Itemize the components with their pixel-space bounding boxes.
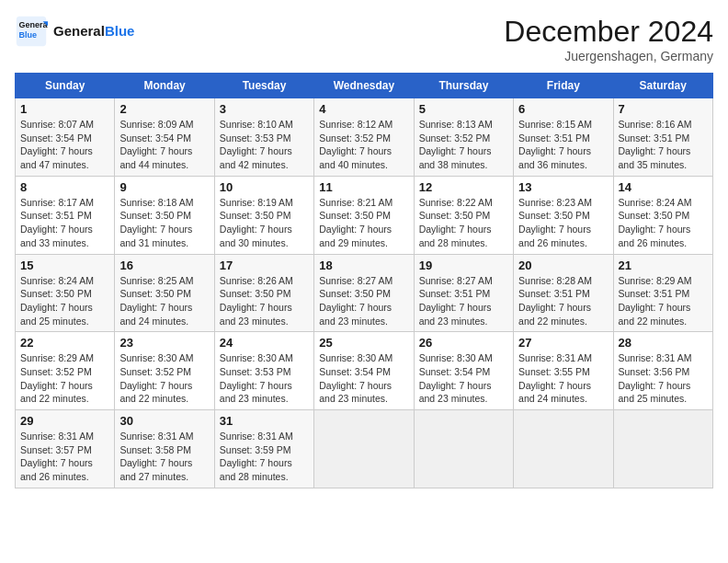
- calendar-cell: 6Sunrise: 8:15 AM Sunset: 3:51 PM Daylig…: [514, 98, 613, 177]
- calendar-cell: 1Sunrise: 8:07 AM Sunset: 3:54 PM Daylig…: [16, 98, 115, 177]
- day-info: Sunrise: 8:27 AM Sunset: 3:50 PM Dayligh…: [319, 274, 408, 328]
- calendar-cell: 24Sunrise: 8:30 AM Sunset: 3:53 PM Dayli…: [214, 332, 313, 410]
- day-info: Sunrise: 8:22 AM Sunset: 3:50 PM Dayligh…: [419, 196, 508, 250]
- day-info: Sunrise: 8:16 AM Sunset: 3:51 PM Dayligh…: [619, 118, 708, 172]
- calendar-cell: 13Sunrise: 8:23 AM Sunset: 3:50 PM Dayli…: [514, 176, 613, 254]
- calendar-cell: 25Sunrise: 8:30 AM Sunset: 3:54 PM Dayli…: [314, 332, 414, 410]
- day-info: Sunrise: 8:28 AM Sunset: 3:51 PM Dayligh…: [518, 274, 608, 328]
- day-number: 18: [319, 259, 408, 272]
- day-number: 3: [220, 102, 309, 116]
- day-number: 14: [619, 180, 708, 194]
- calendar-table: SundayMondayTuesdayWednesdayThursdayFrid…: [15, 73, 713, 488]
- calendar-cell: 5Sunrise: 8:13 AM Sunset: 3:52 PM Daylig…: [414, 98, 513, 177]
- day-number: 10: [220, 180, 309, 194]
- calendar-cell: 27Sunrise: 8:31 AM Sunset: 3:55 PM Dayli…: [514, 332, 613, 410]
- calendar-cell: 3Sunrise: 8:10 AM Sunset: 3:53 PM Daylig…: [214, 98, 313, 177]
- day-number: 13: [518, 180, 608, 194]
- day-number: 17: [220, 259, 309, 272]
- svg-text:General: General: [19, 20, 49, 29]
- calendar-cell: 10Sunrise: 8:19 AM Sunset: 3:50 PM Dayli…: [214, 176, 313, 254]
- day-number: 30: [119, 414, 209, 428]
- calendar-cell: 4Sunrise: 8:12 AM Sunset: 3:52 PM Daylig…: [314, 98, 414, 177]
- day-info: Sunrise: 8:12 AM Sunset: 3:52 PM Dayligh…: [319, 118, 408, 172]
- day-info: Sunrise: 8:19 AM Sunset: 3:50 PM Dayligh…: [220, 196, 309, 250]
- weekday-header-friday: Friday: [514, 74, 613, 98]
- day-number: 24: [220, 336, 309, 350]
- weekday-header-saturday: Saturday: [613, 74, 712, 98]
- day-number: 23: [119, 336, 209, 350]
- calendar-cell: 22Sunrise: 8:29 AM Sunset: 3:52 PM Dayli…: [16, 332, 115, 410]
- calendar-cell: 16Sunrise: 8:25 AM Sunset: 3:50 PM Dayli…: [115, 254, 214, 332]
- calendar-cell: [613, 410, 712, 488]
- day-info: Sunrise: 8:31 AM Sunset: 3:55 PM Dayligh…: [518, 351, 608, 406]
- day-info: Sunrise: 8:31 AM Sunset: 3:56 PM Dayligh…: [619, 351, 708, 406]
- day-info: Sunrise: 8:10 AM Sunset: 3:53 PM Dayligh…: [220, 118, 309, 172]
- calendar-cell: [514, 410, 613, 488]
- weekday-header-wednesday: Wednesday: [314, 74, 414, 98]
- calendar-cell: 17Sunrise: 8:26 AM Sunset: 3:50 PM Dayli…: [214, 254, 313, 332]
- day-info: Sunrise: 8:29 AM Sunset: 3:51 PM Dayligh…: [619, 274, 708, 328]
- calendar-cell: 2Sunrise: 8:09 AM Sunset: 3:54 PM Daylig…: [115, 98, 214, 177]
- day-info: Sunrise: 8:31 AM Sunset: 3:59 PM Dayligh…: [220, 430, 309, 484]
- day-info: Sunrise: 8:07 AM Sunset: 3:54 PM Dayligh…: [20, 118, 109, 172]
- calendar-cell: 14Sunrise: 8:24 AM Sunset: 3:50 PM Dayli…: [613, 176, 712, 254]
- day-number: 5: [419, 102, 508, 116]
- day-number: 9: [119, 180, 209, 194]
- page-header: General Blue GeneralBlue December 2024 J…: [15, 15, 713, 63]
- day-info: Sunrise: 8:21 AM Sunset: 3:50 PM Dayligh…: [319, 196, 408, 250]
- day-number: 29: [20, 414, 109, 428]
- day-info: Sunrise: 8:15 AM Sunset: 3:51 PM Dayligh…: [518, 118, 608, 172]
- weekday-header-row: SundayMondayTuesdayWednesdayThursdayFrid…: [16, 74, 713, 98]
- month-title: December 2024: [504, 15, 713, 49]
- calendar-cell: 28Sunrise: 8:31 AM Sunset: 3:56 PM Dayli…: [613, 332, 712, 410]
- day-info: Sunrise: 8:30 AM Sunset: 3:54 PM Dayligh…: [319, 351, 408, 406]
- day-info: Sunrise: 8:23 AM Sunset: 3:50 PM Dayligh…: [518, 196, 608, 250]
- day-number: 22: [20, 336, 109, 350]
- calendar-cell: [414, 410, 513, 488]
- day-number: 25: [319, 336, 408, 350]
- day-info: Sunrise: 8:29 AM Sunset: 3:52 PM Dayligh…: [20, 351, 109, 406]
- day-number: 27: [518, 336, 608, 350]
- calendar-cell: 11Sunrise: 8:21 AM Sunset: 3:50 PM Dayli…: [314, 176, 414, 254]
- calendar-cell: 26Sunrise: 8:30 AM Sunset: 3:54 PM Dayli…: [414, 332, 513, 410]
- weekday-header-tuesday: Tuesday: [214, 74, 313, 98]
- day-number: 19: [419, 259, 508, 272]
- calendar-cell: 29Sunrise: 8:31 AM Sunset: 3:57 PM Dayli…: [16, 410, 115, 488]
- calendar-cell: 18Sunrise: 8:27 AM Sunset: 3:50 PM Dayli…: [314, 254, 414, 332]
- day-info: Sunrise: 8:30 AM Sunset: 3:54 PM Dayligh…: [419, 351, 508, 406]
- week-row-2: 8Sunrise: 8:17 AM Sunset: 3:51 PM Daylig…: [16, 176, 713, 254]
- day-info: Sunrise: 8:24 AM Sunset: 3:50 PM Dayligh…: [619, 196, 708, 250]
- day-info: Sunrise: 8:17 AM Sunset: 3:51 PM Dayligh…: [20, 196, 109, 250]
- day-number: 4: [319, 102, 408, 116]
- day-number: 2: [119, 102, 209, 116]
- calendar-cell: 7Sunrise: 8:16 AM Sunset: 3:51 PM Daylig…: [613, 98, 712, 177]
- day-number: 8: [20, 180, 109, 194]
- calendar-cell: 20Sunrise: 8:28 AM Sunset: 3:51 PM Dayli…: [514, 254, 613, 332]
- calendar-cell: 30Sunrise: 8:31 AM Sunset: 3:58 PM Dayli…: [115, 410, 214, 488]
- day-number: 12: [419, 180, 508, 194]
- day-number: 6: [518, 102, 608, 116]
- day-number: 20: [518, 259, 608, 272]
- svg-text:Blue: Blue: [19, 30, 38, 40]
- day-info: Sunrise: 8:13 AM Sunset: 3:52 PM Dayligh…: [419, 118, 508, 172]
- day-info: Sunrise: 8:31 AM Sunset: 3:57 PM Dayligh…: [20, 430, 109, 484]
- day-number: 21: [619, 259, 708, 272]
- weekday-header-thursday: Thursday: [414, 74, 513, 98]
- day-info: Sunrise: 8:30 AM Sunset: 3:52 PM Dayligh…: [119, 351, 209, 406]
- title-block: December 2024 Juergenshagen, Germany: [504, 15, 713, 63]
- day-info: Sunrise: 8:09 AM Sunset: 3:54 PM Dayligh…: [119, 118, 209, 172]
- weekday-header-monday: Monday: [115, 74, 214, 98]
- logo-general: General: [53, 23, 105, 39]
- calendar-cell: [314, 410, 414, 488]
- location-title: Juergenshagen, Germany: [504, 49, 713, 63]
- calendar-cell: 12Sunrise: 8:22 AM Sunset: 3:50 PM Dayli…: [414, 176, 513, 254]
- day-info: Sunrise: 8:30 AM Sunset: 3:53 PM Dayligh…: [220, 351, 309, 406]
- day-info: Sunrise: 8:18 AM Sunset: 3:50 PM Dayligh…: [119, 196, 209, 250]
- day-info: Sunrise: 8:27 AM Sunset: 3:51 PM Dayligh…: [419, 274, 508, 328]
- weekday-header-sunday: Sunday: [16, 74, 115, 98]
- day-number: 28: [619, 336, 708, 350]
- day-number: 16: [119, 259, 209, 272]
- logo-blue: Blue: [105, 23, 135, 39]
- day-info: Sunrise: 8:26 AM Sunset: 3:50 PM Dayligh…: [220, 274, 309, 328]
- day-number: 31: [220, 414, 309, 428]
